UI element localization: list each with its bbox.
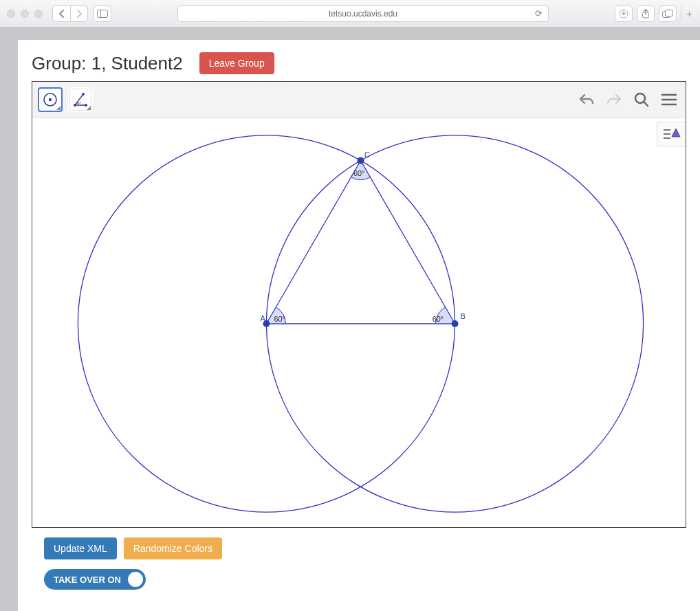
- downloads-button[interactable]: [615, 5, 633, 22]
- browser-toolbar: tetsuo.ucdavis.edu ⟳ +: [0, 0, 700, 27]
- page-title: Group: 1, Student2: [32, 53, 183, 74]
- reload-icon[interactable]: ⟳: [535, 8, 543, 19]
- angle-a-label: 60°: [274, 315, 285, 323]
- undo-button[interactable]: [576, 89, 598, 111]
- redo-button[interactable]: [603, 89, 625, 111]
- sidebar-button[interactable]: [94, 5, 111, 22]
- takeover-label: TAKE OVER ON: [54, 575, 121, 585]
- svg-rect-0: [98, 10, 108, 17]
- svg-line-13: [644, 102, 648, 106]
- close-window-dot[interactable]: [7, 10, 15, 18]
- search-button[interactable]: [631, 89, 653, 111]
- svg-point-7: [49, 98, 52, 100]
- takeover-toggle[interactable]: TAKE OVER ON: [44, 569, 146, 590]
- angle-tool[interactable]: α: [68, 87, 93, 112]
- circle-point-tool[interactable]: [38, 87, 63, 112]
- randomize-colors-button[interactable]: Randomize Colors: [124, 537, 222, 559]
- address-bar[interactable]: tetsuo.ucdavis.edu ⟳: [177, 5, 549, 22]
- svg-text:α: α: [78, 100, 81, 104]
- point-b-label: B: [461, 312, 466, 320]
- applet-toolbar: α: [32, 82, 686, 118]
- zoom-window-dot[interactable]: [34, 10, 43, 18]
- svg-marker-23: [266, 161, 455, 324]
- back-button[interactable]: [52, 5, 70, 22]
- nav-back-forward: [52, 5, 88, 22]
- svg-rect-5: [666, 10, 673, 16]
- minimize-window-dot[interactable]: [21, 10, 29, 18]
- svg-point-25: [452, 320, 459, 327]
- update-xml-button[interactable]: Update XML: [44, 537, 117, 559]
- new-tab-button[interactable]: +: [681, 5, 693, 22]
- angle-b-label: 60°: [433, 315, 444, 323]
- forward-button[interactable]: [70, 5, 88, 22]
- svg-point-26: [358, 157, 364, 164]
- geogebra-applet: α: [32, 81, 686, 528]
- toggle-knob: [128, 572, 143, 587]
- point-a-label: A: [260, 314, 265, 322]
- geometry-canvas[interactable]: A 60° B 60° C 60°: [32, 118, 686, 527]
- angle-c-label: 60°: [353, 169, 365, 177]
- share-button[interactable]: [637, 5, 655, 22]
- point-c-label: C: [364, 151, 370, 159]
- menu-button[interactable]: [658, 89, 680, 111]
- window-controls: [7, 10, 43, 18]
- app-page: Group: 1, Student2 Leave Group: [18, 40, 700, 611]
- leave-group-button[interactable]: Leave Group: [199, 52, 274, 74]
- tabs-button[interactable]: [659, 5, 677, 22]
- url-text: tetsuo.ucdavis.edu: [329, 9, 397, 19]
